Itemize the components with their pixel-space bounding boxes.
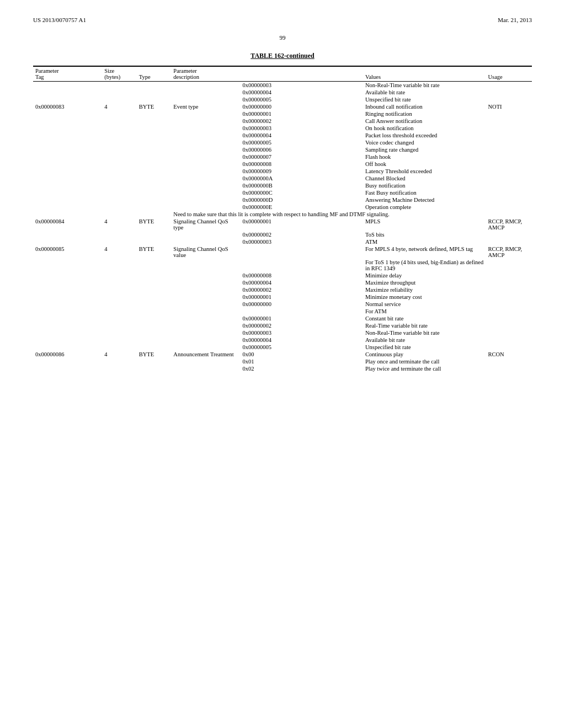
cell-desc: [171, 301, 240, 308]
table-row: 0x0000000D Answering Machine Detected: [33, 196, 532, 204]
cell-value-code: 0x00000007: [240, 153, 363, 160]
cell-usage: [486, 293, 532, 301]
cell-usage: [486, 168, 532, 175]
cell-tag: [33, 358, 102, 365]
table-row: 0x00000002 Real-Time variable bit rate: [33, 322, 532, 329]
cell-desc: [171, 293, 240, 301]
table-row: 0x02 Play twice and terminate the call: [33, 365, 532, 372]
col-header-size: Size(bytes): [102, 66, 137, 82]
cell-size: [102, 293, 137, 301]
table-row: 0x01 Play once and terminate the call: [33, 358, 532, 365]
cell-type: [137, 238, 172, 245]
table-row: 0x00000004 Available bit rate: [33, 89, 532, 96]
cell-usage: [486, 238, 532, 245]
cell-usage: [486, 175, 532, 182]
cell-value-code: 0x0000000A: [240, 175, 363, 182]
cell-size: [102, 117, 137, 125]
cell-usage: [486, 204, 532, 211]
cell-tag: [33, 132, 102, 139]
table-row: 0x00000005 Unspecified bit rate: [33, 344, 532, 351]
cell-type: [137, 82, 172, 89]
cell-tag: 0x00000083: [33, 103, 102, 110]
cell-desc: [171, 132, 240, 139]
col-header-empty: [240, 66, 363, 82]
cell-type: [137, 182, 172, 189]
cell-tag: [33, 272, 102, 279]
cell-usage: [486, 96, 532, 103]
cell-desc: [171, 189, 240, 196]
cell-type: [137, 110, 172, 117]
cell-size: [102, 329, 137, 336]
cell-size: 4: [102, 351, 137, 358]
cell-type: [137, 272, 172, 279]
table-row: 0x00000009 Latency Threshold exceeded: [33, 168, 532, 175]
cell-desc: [171, 175, 240, 182]
cell-desc: [171, 322, 240, 329]
cell-value-text: For ATM: [363, 308, 486, 315]
cell-value-code: 0x00000005: [240, 139, 363, 146]
cell-desc: [171, 110, 240, 117]
cell-type: [137, 204, 172, 211]
cell-type: [137, 175, 172, 182]
col-header-usage: Usage: [486, 66, 532, 82]
cell-desc: [171, 204, 240, 211]
table-row: 0x00000003 Non-Real-Time variable bit ra…: [33, 329, 532, 336]
cell-value-code: 0x00000008: [240, 160, 363, 168]
cell-value-code: 0x00000001: [240, 293, 363, 301]
cell-usage: [486, 82, 532, 89]
cell-usage: [486, 358, 532, 365]
cell-type: BYTE: [137, 351, 172, 358]
cell-value-text: Latency Threshold exceeded: [363, 168, 486, 175]
cell-value-text: Available bit rate: [363, 89, 486, 96]
cell-type: [137, 231, 172, 238]
cell-size: [102, 153, 137, 160]
cell-size: [102, 344, 137, 351]
cell-usage: [486, 196, 532, 204]
cell-tag: [33, 182, 102, 189]
cell-usage: [486, 315, 532, 322]
cell-type: [137, 125, 172, 132]
cell-desc: [171, 82, 240, 89]
cell-value-code: 0x00000002: [240, 286, 363, 293]
cell-usage: RCCP, RMCP, AMCP: [486, 245, 532, 259]
cell-size: [102, 259, 137, 272]
cell-tag: [33, 89, 102, 96]
cell-value-code: 0x0000000E: [240, 204, 363, 211]
cell-type: [137, 189, 172, 196]
cell-type: [137, 358, 172, 365]
cell-usage: [486, 160, 532, 168]
cell-value-text: Channel Blocked: [363, 175, 486, 182]
cell-value-code: 0x00000009: [240, 168, 363, 175]
cell-tag: [33, 146, 102, 153]
cell-tag: [33, 365, 102, 372]
cell-usage: [486, 153, 532, 160]
cell-usage: [486, 322, 532, 329]
cell-value-code: 0x00000002: [240, 231, 363, 238]
cell-size: [102, 286, 137, 293]
cell-value-text: Unspecified bit rate: [363, 96, 486, 103]
table-row: 0x00000003 ATM: [33, 238, 532, 245]
cell-type: [137, 139, 172, 146]
table-row: Need to make sure that this lit is compl…: [33, 211, 532, 218]
cell-size: [102, 96, 137, 103]
cell-size: [102, 110, 137, 117]
cell-value-code: 0x0000000B: [240, 182, 363, 189]
cell-desc: [171, 168, 240, 175]
cell-desc: [171, 196, 240, 204]
cell-type: [137, 301, 172, 308]
cell-type: [137, 293, 172, 301]
cell-size: [102, 146, 137, 153]
cell-tag: 0x00000086: [33, 351, 102, 358]
cell-type: [137, 160, 172, 168]
table-row: 0x00000001 Minimize monetary cost: [33, 293, 532, 301]
cell-tag: [33, 344, 102, 351]
cell-value-code: 0x00000002: [240, 322, 363, 329]
cell-value-code: [240, 308, 363, 315]
cell-size: 4: [102, 245, 137, 259]
cell-size: [102, 315, 137, 322]
cell-value-text: Maximize throughput: [363, 279, 486, 286]
cell-value-text: Real-Time variable bit rate: [363, 322, 486, 329]
cell-size: [102, 139, 137, 146]
cell-value-code: 0x00000003: [240, 329, 363, 336]
cell-value-code: 0x00000004: [240, 132, 363, 139]
